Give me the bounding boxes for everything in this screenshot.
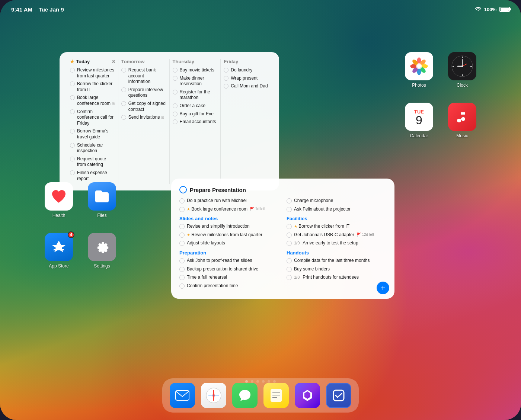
task-checkbox[interactable] [173,119,178,124]
task-checkbox[interactable] [179,241,185,246]
list-item[interactable]: Make dinner reservation [173,76,218,87]
task-text: Request quote from catering [77,156,115,168]
list-item[interactable]: Borrow the clicker from IT [70,81,115,93]
task-checkbox[interactable] [287,198,292,203]
app-icon-clock[interactable]: Clock [448,52,476,88]
wifi-icon [475,6,481,12]
task-checkbox[interactable] [287,233,292,238]
task-checkbox[interactable] [70,68,75,73]
add-task-button[interactable]: + [377,282,389,294]
dock-app-notes[interactable] [263,383,289,408]
list-item[interactable]: Buy some binders [287,266,386,272]
app-icon-music[interactable]: Music [448,103,476,138]
task-checkbox[interactable] [173,90,178,94]
list-item[interactable]: Borrow Emma's travel guide [70,128,115,140]
dock-app-messages[interactable] [232,383,258,408]
task-checkbox[interactable] [179,275,185,280]
task-checkbox[interactable] [121,115,126,120]
list-item[interactable]: Confirm conference call for Friday [70,109,115,126]
list-item[interactable]: Request bank account information [121,67,166,85]
task-checkbox[interactable] [173,76,178,81]
list-item[interactable]: Register for the marathon [173,89,218,101]
task-checkbox[interactable] [70,129,75,134]
task-checkbox[interactable] [224,84,228,89]
app-icon-appstore[interactable]: 4 App Store [45,233,73,269]
list-item[interactable]: Do laundry [224,67,269,73]
list-item[interactable]: Request quote from catering [70,156,115,168]
list-item[interactable]: Book large conference room ⊞ [70,95,115,106]
list-item[interactable]: Email accountants [173,119,218,125]
app-icon-calendar[interactable]: TUE 9 Calendar [405,103,433,138]
list-item[interactable]: Ask Felix about the projector [287,206,386,212]
task-checkbox[interactable] [179,283,185,289]
task-checkbox[interactable] [287,275,292,280]
list-item[interactable]: Get Johanna's USB-C adapter 🚩 12d left [287,232,386,238]
list-item[interactable]: ★ Borrow the clicker from IT [287,224,386,230]
reminders-widget[interactable]: ★Today 8 Review milestones from last qua… [60,52,279,190]
task-checkbox[interactable] [179,267,185,272]
status-bar: 9:41 AM Tue Jan 9 100% [0,0,521,19]
dock-app-mail[interactable] [170,383,195,408]
app-icon-files[interactable]: Files [88,182,116,218]
task-checkbox[interactable] [70,157,75,161]
list-item[interactable]: Schedule car inspection [70,142,115,154]
dock-app-omnifocus[interactable] [326,383,351,408]
task-checkbox[interactable] [179,198,185,203]
list-item[interactable]: Compile data for the last three months [287,258,386,264]
list-item[interactable]: Time a full rehearsal [179,275,279,280]
list-item[interactable]: 1/9 Arrive early to test the setup [287,240,386,246]
task-checkbox[interactable] [287,224,292,229]
list-item[interactable]: Send invitations ⊞ [121,115,166,121]
task-text: Get Johanna's USB-C adapter [294,232,354,238]
task-checkbox[interactable] [70,170,75,175]
dock-app-shortcuts[interactable] [295,383,320,408]
task-checkbox[interactable] [179,233,185,238]
list-item[interactable]: Call Mom and Dad [224,83,269,89]
list-item[interactable]: Adjust slide layouts [179,240,279,246]
dock-app-safari[interactable] [201,383,226,408]
task-checkbox[interactable] [287,241,292,246]
list-item[interactable]: Order a cake [173,103,218,109]
task-checkbox[interactable] [173,112,178,116]
task-checkbox[interactable] [224,68,228,73]
task-checkbox[interactable] [224,76,228,81]
task-checkbox[interactable] [287,258,292,263]
list-item[interactable]: Ask John to proof-read the slides [179,258,279,264]
today-count: 8 [112,59,115,64]
task-text: Send invitations ⊞ [128,115,166,121]
task-checkbox[interactable] [173,103,178,108]
list-item[interactable]: Charge microphone [287,198,386,204]
list-item[interactable]: 1/8 Print handouts for attendees [287,275,386,280]
list-item[interactable]: Do a practice run with Michael [179,198,279,204]
task-checkbox[interactable] [179,258,185,263]
task-checkbox[interactable] [121,68,126,73]
task-checkbox[interactable] [173,68,178,73]
list-item[interactable]: Revise and simplify introduction [179,224,279,230]
health-label: Health [52,213,65,218]
task-checkbox[interactable] [121,101,126,106]
reminders-detail-widget[interactable]: Prepare Presentation Do a practice run w… [171,179,394,299]
app-icon-settings[interactable]: Settings [88,233,116,269]
list-item[interactable]: Finish expense report [70,170,115,182]
task-checkbox[interactable] [70,81,75,86]
list-item[interactable]: Buy movie tickets [173,67,218,73]
list-item[interactable]: Backup presentation to shared drive [179,266,279,272]
list-item[interactable]: ★ Book large conference room 🚩 1d left [179,206,279,212]
app-icon-health[interactable]: Health [45,182,73,218]
task-checkbox[interactable] [287,267,292,272]
task-checkbox[interactable] [70,95,75,100]
list-item[interactable]: Wrap present [224,76,269,81]
task-checkbox[interactable] [179,224,185,229]
list-item[interactable]: Prepare interview questions [121,87,166,99]
list-item[interactable]: Confirm presentation time [179,283,279,289]
task-checkbox[interactable] [179,207,185,212]
list-item[interactable]: ★ Review milestones from last quarter [179,232,279,238]
task-checkbox[interactable] [287,207,292,212]
list-item[interactable]: Review milestones from last quarter [70,67,115,79]
list-item[interactable]: Get copy of signed contract [121,101,166,112]
task-checkbox[interactable] [121,87,126,92]
task-checkbox[interactable] [70,143,75,148]
app-icon-photos[interactable]: Photos [405,52,433,88]
list-item[interactable]: Buy a gift for Eve [173,111,218,117]
task-checkbox[interactable] [70,109,75,114]
